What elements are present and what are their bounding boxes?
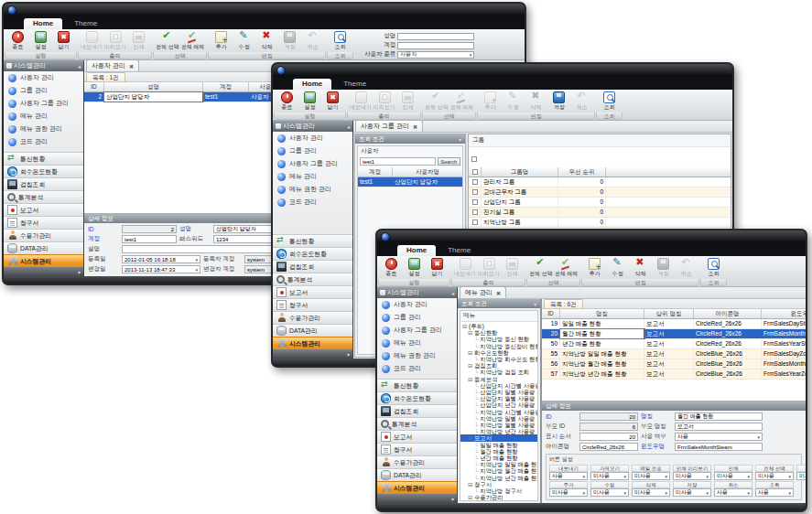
tab-home[interactable]: Home [24,18,62,29]
ribbon-button[interactable]: 미리보기 [373,91,396,112]
tree-node[interactable]: 검침조회 [460,362,537,369]
parent-id-field[interactable]: 6 [579,423,638,431]
button-setting-select[interactable]: 미사용 [796,472,807,480]
sidebar-module[interactable]: 통계분석 [273,273,352,285]
sidebar-nav-item[interactable]: 메뉴 관리 [377,337,457,349]
password-field[interactable]: 1234 [213,235,272,243]
tree-node[interactable]: 지역난방 일일 매출 현황 [460,461,537,467]
title-bar[interactable] [4,4,525,16]
tab-theme[interactable]: Theme [65,18,106,29]
parent-name-field[interactable]: 보고서 [675,423,763,431]
modified-date-field[interactable]: 2013-11-13 18:47:33 [122,265,200,273]
sidebar-nav-item[interactable]: 사용자 관리 [273,132,352,145]
ribbon-button[interactable]: 전체 선택 [528,257,554,279]
table-row[interactable]: 20 월간 매출 현황 보고서 CircleRed_26x26 FrmSales… [542,329,806,339]
sidebar-module[interactable]: 청구서 [377,443,457,455]
ribbon-button[interactable]: 저장 [652,257,675,279]
ribbon-button[interactable]: 삭제 [525,91,547,112]
tree-node[interactable]: 보고서 [460,434,537,441]
ribbon-button[interactable]: 추가 [479,91,502,112]
ribbon-button[interactable]: 닫기 [52,30,75,52]
close-tab-icon[interactable]: ✖ [129,63,134,70]
tree-node[interactable]: 지역난방 통신장비 현황 [460,343,537,349]
created-date-field[interactable]: 2012-01-05 16:18:18 [122,255,200,263]
ribbon-button[interactable]: 삭제 [629,257,652,279]
close-tab-icon[interactable]: ✖ [496,290,501,296]
ribbon-button[interactable]: 조회 [702,257,725,279]
table-row[interactable]: 57 지역난방 년간 매출 현황 보고서 CircleBlue_26x26 Fr… [542,369,806,380]
ribbon-button[interactable]: 내보내기 [453,257,477,279]
display-order-field[interactable]: 20 [579,433,638,441]
ribbon-button[interactable]: 수정 [502,91,525,112]
tree-node[interactable]: 지역난방 시간별 사용량 통계 [460,409,537,415]
button-setting-select[interactable]: 미사용 [714,472,752,480]
tree-node[interactable]: 지역난방 청구서 [460,487,537,494]
ribbon-button[interactable]: 인쇄 [127,30,150,52]
ribbon-button[interactable]: 추가 [583,257,606,279]
tree-node[interactable]: 회수온도현황 [460,349,537,356]
column-header[interactable]: 명칭 [560,309,644,318]
tree-node[interactable]: 지역난방 월별 사용량 통계 [460,422,537,428]
sidebar-nav-item[interactable]: 메뉴 관리 [4,110,83,123]
sidebar-module[interactable]: 통신현황 [273,234,352,247]
ribbon-button[interactable]: 조회 [329,30,352,52]
sidebar-module[interactable]: 시스템관리 [377,481,457,494]
tree-node[interactable]: 지역난방 년간 사용량 통계 [460,428,537,434]
tab-home[interactable]: Home [397,245,436,256]
checkbox[interactable] [472,179,478,185]
tree-node[interactable]: 지역난방 회수온도 현황 [460,356,537,362]
tree-node[interactable]: 수용가관리 [460,494,537,500]
sidebar-nav-item[interactable]: 사용자 관리 [377,298,457,311]
tree-node[interactable]: (루트) [460,323,537,329]
title-bar[interactable] [377,230,806,242]
window-name-field[interactable]: FrmSalesMonthSteam [675,443,763,451]
sidebar-nav-item[interactable]: 그룹 관리 [377,311,457,324]
user-search-input[interactable]: test1 [360,157,436,166]
group-row[interactable]: 지역난방 그룹 0 [469,218,731,228]
sidebar-nav-item[interactable]: 사용자 그룹 관리 [4,97,83,110]
document-tab[interactable]: 사용자 관리✖ [86,59,139,71]
cell-menu-name[interactable]: 일일 매출 현황 [560,319,644,328]
cell-menu-name[interactable]: 월간 매출 현황 [560,329,644,338]
sidebar-module[interactable]: 보고서 [377,430,457,443]
checkbox-column-header[interactable] [469,167,482,177]
button-setting-select[interactable]: 사용 [714,488,752,497]
ribbon-button[interactable]: 전체 해제 [554,257,579,279]
column-header[interactable]: ID [542,309,560,318]
sidebar-nav-item[interactable]: 코드 관리 [4,135,83,148]
sidebar-module[interactable]: 보고서 [273,285,352,298]
sidebar-module[interactable]: 검침조회 [4,177,83,190]
group-row[interactable]: 전기실 그룹 0 [469,208,731,218]
tree-node[interactable]: 지역난방 일별 사용량 통계 [460,415,537,422]
ribbon-button[interactable]: 설정 [298,91,321,112]
column-header[interactable]: 아이콘명 [694,309,762,318]
table-row[interactable]: 19 일일 매출 현황 보고서 CircleRed_26x26 FrmSales… [542,319,806,329]
button-setting-select[interactable]: 미사용 [755,472,794,480]
close-tab-icon[interactable]: ✖ [413,123,417,130]
ribbon-button[interactable]: 미리보기 [103,30,127,52]
field-input[interactable] [397,33,474,40]
list-count-tab[interactable]: 목록 : 1건 [86,72,125,81]
ribbon-button[interactable]: 취소 [675,257,698,279]
id-field[interactable]: 2 [122,225,177,233]
sidebar-module[interactable]: 회수온도현황 [4,165,83,177]
document-tab[interactable]: 사용자 그룹 관리✖ [355,120,423,132]
sidebar-footer[interactable]: ▾ [377,494,457,503]
tab-home[interactable]: Home [293,79,331,90]
sidebar-module[interactable]: 통신현황 [377,379,457,391]
table-row[interactable]: 56 지역난방 월간 매출 현황 보고서 CircleBlue_26x26 Fr… [542,359,806,369]
tree-node[interactable]: 통신현황 [460,329,537,336]
tree-node[interactable]: 산업단지 년간 사용량 통계 [460,402,537,408]
sidebar-module[interactable]: 수용가관리 [4,229,83,241]
column-header[interactable]: ID [84,82,104,91]
button-setting-select[interactable]: 미사용 [632,472,670,480]
group-row[interactable]: 산업단지 그룹 0 [469,198,731,208]
sidebar-footer[interactable]: ▾ [4,267,83,276]
checkbox[interactable] [472,189,478,195]
sidebar-module[interactable]: 통계분석 [4,190,83,203]
sidebar-module[interactable]: 청구서 [4,216,83,229]
sidebar-footer[interactable]: ▾ [273,349,352,359]
ribbon-button[interactable]: 설정 [403,257,426,279]
ribbon-button[interactable]: 저장 [278,30,301,52]
column-header[interactable]: 그룹명 [482,167,558,177]
